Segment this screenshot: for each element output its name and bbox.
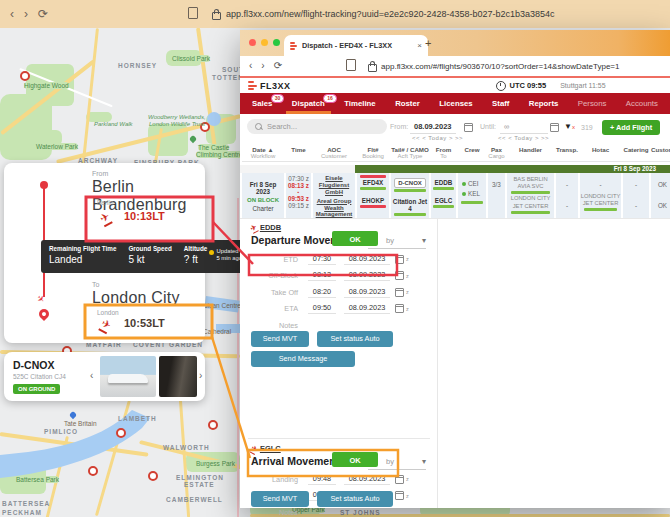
minimize-window-icon[interactable] bbox=[261, 39, 268, 46]
column-header[interactable]: Date ▲Workflow bbox=[242, 146, 284, 159]
stat-value: Landed bbox=[49, 254, 116, 265]
bookmark-icon[interactable] bbox=[188, 5, 198, 23]
nav-item-accounts[interactable]: Accounts bbox=[626, 93, 658, 114]
set-status-auto-button[interactable]: Set status Auto bbox=[317, 491, 393, 507]
date-input[interactable]: 08.09.2023 bbox=[344, 254, 390, 265]
bookmark-icon[interactable] bbox=[346, 57, 356, 75]
departure-airport-link[interactable]: ✈EDDB bbox=[251, 223, 281, 233]
carousel-prev-icon[interactable]: ‹ bbox=[90, 370, 93, 381]
browser-tab[interactable]: Dispatch - EFD4X - FL3XX × bbox=[284, 35, 428, 56]
from-today-nav[interactable]: << < Today > >> bbox=[412, 135, 463, 141]
nav-item-reports[interactable]: Reports bbox=[529, 93, 558, 114]
cell-handler[interactable]: BAS BERLIN AVIA SVC LONDON CITY JET CENT… bbox=[507, 173, 554, 218]
forward-icon[interactable]: › bbox=[261, 61, 264, 71]
search-icon bbox=[255, 123, 262, 130]
calendar-icon[interactable] bbox=[464, 123, 473, 132]
nav-item-label: Persons bbox=[578, 99, 607, 108]
local-time[interactable]: Stuttgart 11:55 bbox=[560, 82, 605, 89]
calendar-icon[interactable] bbox=[395, 271, 404, 280]
table-row[interactable]: Fri 8 Sep 2023 ON BLOCK Charter 07:30 z … bbox=[242, 173, 670, 218]
back-icon[interactable]: ‹ bbox=[10, 8, 14, 20]
calendar-icon[interactable] bbox=[395, 304, 404, 313]
column-header[interactable]: Catering bbox=[623, 146, 649, 159]
new-tab-icon[interactable]: + bbox=[425, 38, 431, 49]
date-input[interactable]: 08.09.2023 bbox=[344, 287, 390, 298]
column-header[interactable]: AOCCustomer bbox=[313, 146, 355, 159]
time-input[interactable]: 08:20 bbox=[308, 287, 336, 298]
cell-flight[interactable]: EFD4X EHOKP bbox=[357, 173, 389, 218]
time-input[interactable]: 07:30 bbox=[308, 254, 336, 265]
date-input[interactable]: 08.09.2023 bbox=[344, 270, 390, 281]
calendar-icon[interactable] bbox=[395, 475, 404, 484]
column-header[interactable]: Flt#Booking bbox=[357, 146, 389, 159]
until-today-nav[interactable]: << < Today > >> bbox=[498, 135, 549, 141]
column-header[interactable]: Customs bbox=[651, 146, 670, 159]
arrival-time: 10:53LT bbox=[124, 317, 165, 329]
back-icon[interactable]: ‹ bbox=[249, 61, 252, 71]
time-input[interactable]: 08:13 bbox=[308, 270, 336, 281]
zoom-window-icon[interactable] bbox=[273, 39, 280, 46]
column-header[interactable]: Transp. bbox=[556, 146, 578, 159]
forward-icon[interactable]: › bbox=[24, 8, 28, 20]
send-mvt-button[interactable]: Send MVT bbox=[251, 331, 309, 347]
address-bar[interactable]: app.fl3xx.com/#/flights/903670/10?sortOr… bbox=[368, 61, 619, 72]
from-date-input[interactable]: 08.09.2023 bbox=[410, 122, 456, 134]
carousel-next-icon[interactable]: › bbox=[199, 370, 202, 381]
column-header[interactable]: PaxCargo bbox=[488, 146, 505, 159]
nav-item-dispatch[interactable]: Dispatch16 bbox=[292, 93, 325, 114]
column-header[interactable]: Tail# / CAMOAcft Type bbox=[391, 146, 429, 159]
send-message-auto-button[interactable]: Send Message Automatically bbox=[251, 351, 355, 367]
section-divider bbox=[248, 438, 430, 439]
reload-icon[interactable]: ⟳ bbox=[38, 8, 48, 20]
calendar-icon[interactable] bbox=[395, 491, 404, 500]
column-header[interactable]: Handler bbox=[507, 146, 554, 159]
station-icon bbox=[208, 420, 218, 430]
column-header[interactable]: FromTo bbox=[431, 146, 456, 159]
send-mvt-button[interactable]: Send MVT bbox=[251, 491, 309, 507]
calendar-icon[interactable] bbox=[395, 288, 404, 297]
column-header[interactable]: Hotac bbox=[580, 146, 621, 159]
address-bar[interactable]: app.fl3xx.com/new/flight-tracking?uuid=e… bbox=[212, 9, 554, 20]
nav-item-staff[interactable]: Staff bbox=[492, 93, 509, 114]
column-header[interactable]: Crew bbox=[458, 146, 486, 159]
app-window: Dispatch - EFD4X - FL3XX × + ‹ › ⟳ app.f… bbox=[240, 30, 670, 508]
map-label: Battersea Park bbox=[16, 476, 59, 483]
cell-crew[interactable]: CEI KEL bbox=[458, 173, 486, 218]
set-status-auto-button[interactable]: Set status Auto bbox=[317, 331, 393, 347]
time-input[interactable]: 09:50 bbox=[308, 303, 336, 314]
nav-item-persons[interactable]: Persons bbox=[578, 93, 607, 114]
departure-time: 10:13LT bbox=[124, 210, 165, 222]
utc-time[interactable]: UTC 09:55 bbox=[510, 81, 547, 90]
movement-label: ETD bbox=[240, 255, 298, 264]
date-input[interactable]: 08.09.2023 bbox=[344, 474, 390, 485]
cell-tail[interactable]: D-CNOX Citation Jet 4 bbox=[391, 173, 429, 218]
aircraft-photo-exterior[interactable] bbox=[100, 356, 156, 397]
departure-by-select[interactable]: ▾ bbox=[368, 236, 426, 249]
search-input[interactable]: Search... bbox=[247, 119, 387, 134]
tab-close-icon[interactable]: × bbox=[417, 41, 422, 50]
nav-item-licenses[interactable]: Licenses bbox=[439, 93, 472, 114]
cell-customer[interactable]: Eisele Flugdienst GmbH Areal Group Wealt… bbox=[313, 173, 355, 218]
calendar-icon[interactable] bbox=[550, 123, 559, 132]
time-input[interactable]: 09:48 bbox=[308, 474, 336, 485]
date-input[interactable]: 08.09.2023 bbox=[344, 303, 390, 314]
arrival-by-select[interactable]: ▾ bbox=[368, 457, 426, 470]
close-window-icon[interactable] bbox=[249, 39, 256, 46]
arrival-airport-link[interactable]: ✈EGLC bbox=[251, 444, 281, 454]
fl3xx-logo[interactable]: FL3XX bbox=[248, 81, 291, 91]
window-toolbar: ‹ › ⟳ app.fl3xx.com/#/flights/903670/10?… bbox=[240, 56, 670, 78]
calendar-icon[interactable] bbox=[395, 255, 404, 264]
aircraft-photo-interior[interactable] bbox=[159, 356, 197, 397]
reload-icon[interactable]: ⟳ bbox=[274, 61, 282, 71]
add-flight-button[interactable]: + Add Flight bbox=[602, 120, 660, 135]
column-header[interactable]: Time bbox=[286, 146, 311, 159]
map-label: CAMBERWELL bbox=[166, 496, 223, 503]
filter-icon[interactable]: ▼x bbox=[564, 122, 575, 131]
nav-item-roster[interactable]: Roster bbox=[395, 93, 420, 114]
nav-item-sales[interactable]: Sales30 bbox=[252, 93, 272, 114]
cell-hotac[interactable]: - LONDON CITY JET CENTER bbox=[580, 173, 621, 218]
nav-item-timeline[interactable]: Timeline bbox=[344, 93, 376, 114]
until-date-input[interactable]: ∞ bbox=[500, 122, 548, 134]
station-icon bbox=[148, 471, 158, 481]
nav-item-label: Licenses bbox=[439, 99, 472, 108]
